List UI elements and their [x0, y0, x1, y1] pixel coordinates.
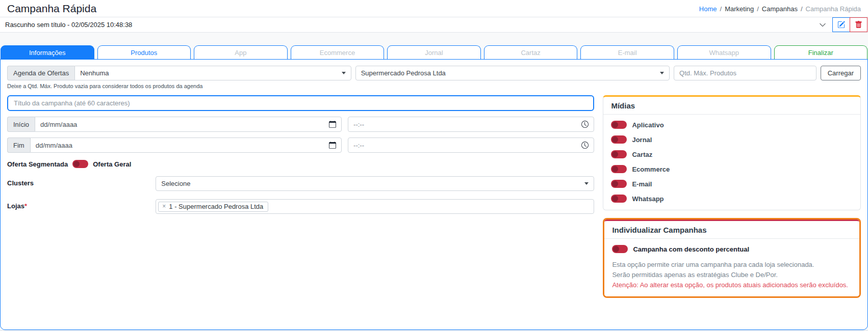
aplicativo-toggle[interactable]	[611, 121, 627, 129]
breadcrumb-home[interactable]: Home	[699, 5, 717, 13]
calendar-icon[interactable]	[329, 142, 336, 149]
lojas-label-text: Lojas	[7, 202, 24, 210]
tab-bar: Informações Produtos App Ecommerce Jorna…	[0, 45, 868, 59]
loja-tag-label: 1 - Supermercado Pedrosa Ltda	[169, 203, 263, 210]
lojas-row: Lojas* × 1 - Supermercado Pedrosa Ltda	[7, 199, 594, 214]
fim-date-placeholder: dd/mm/aaaa	[36, 142, 72, 149]
delete-draft-button[interactable]	[850, 17, 867, 32]
lojas-label: Lojas*	[7, 199, 156, 210]
midia-row-jornal: Jornal	[611, 135, 853, 144]
aplicativo-label: Aplicativo	[632, 121, 663, 129]
agenda-ofertas-label: Agenda de Ofertas	[7, 66, 74, 80]
individualizar-description-1: Esta opção permite criar uma campanha pa…	[612, 260, 852, 270]
inicio-date-group: Início dd/mm/aaaa	[7, 117, 342, 132]
individualizar-warning: Atenção: Ao alterar esta opção, os produ…	[612, 281, 852, 290]
campaign-title-input[interactable]	[7, 95, 594, 111]
form-columns: Início dd/mm/aaaa --:--	[7, 95, 861, 298]
fim-date-input[interactable]: dd/mm/aaaa	[30, 137, 342, 153]
clock-icon[interactable]	[581, 121, 589, 128]
carregar-button[interactable]: Carregar	[821, 66, 861, 80]
individualizar-title: Individualizar Campanhas	[604, 221, 859, 239]
ecommerce-label: Ecommerce	[632, 166, 670, 173]
midia-row-cartaz: Cartaz	[611, 150, 853, 158]
page-header-section: Campanha Rápida Home / Marketing / Campa…	[0, 0, 868, 33]
clusters-select-value: Selecione	[161, 180, 190, 187]
qtd-max-produtos-input[interactable]	[674, 66, 816, 80]
agenda-ofertas-value: Nenhuma	[80, 69, 109, 77]
oferta-geral-label: Oferta Geral	[93, 160, 131, 168]
tabs-zone: Informações Produtos App Ecommerce Jorna…	[0, 33, 868, 330]
jornal-label: Jornal	[632, 136, 652, 144]
edit-draft-button[interactable]	[832, 17, 850, 32]
fim-label: Fim	[7, 137, 30, 153]
cartaz-label: Cartaz	[632, 151, 652, 158]
midia-row-whatsapp: Whatsapp	[611, 195, 853, 203]
required-mark: *	[24, 202, 27, 210]
cartaz-toggle[interactable]	[611, 150, 627, 158]
ecommerce-toggle[interactable]	[611, 165, 627, 173]
individualizar-panel: Individualizar Campanhas Campanha com de…	[604, 219, 859, 296]
store-select[interactable]: Supermercado Pedrosa Ltda	[355, 66, 670, 80]
breadcrumb-separator: /	[757, 5, 759, 13]
fim-row: Fim dd/mm/aaaa --:--	[7, 137, 594, 153]
store-select-value: Supermercado Pedrosa Ltda	[361, 69, 446, 77]
pencil-square-icon	[837, 21, 845, 29]
agenda-helper-text: Deixe a Qtd. Máx. Produto vazia para con…	[7, 83, 861, 89]
tab-jornal: Jornal	[387, 45, 481, 60]
inicio-time-placeholder: --:--	[353, 121, 364, 128]
tab-informacoes[interactable]: Informações	[1, 45, 94, 60]
fim-date-group: Fim dd/mm/aaaa	[7, 137, 342, 153]
draft-bar: Rascunho sem título - 02/05/2025 10:48:3…	[0, 17, 868, 33]
trash-icon	[855, 21, 862, 29]
clock-icon[interactable]	[581, 142, 589, 149]
breadcrumb-marketing[interactable]: Marketing	[725, 5, 754, 13]
offer-type-toggle[interactable]	[72, 160, 88, 168]
breadcrumb-current: Campanha Rápida	[806, 5, 861, 13]
whatsapp-toggle[interactable]	[611, 195, 627, 203]
oferta-segmentada-label: Oferta Segmentada	[7, 160, 68, 168]
individualizar-highlight: Individualizar Campanhas Campanha com de…	[603, 218, 861, 298]
chevron-down-icon	[819, 21, 826, 29]
draft-select[interactable]: Rascunho sem título - 02/05/2025 10:48:3…	[5, 17, 832, 32]
agenda-row: Agenda de Ofertas Nenhuma Supermercado P…	[7, 66, 861, 80]
offer-type-row: Oferta Segmentada Oferta Geral	[7, 160, 594, 168]
tab-cartaz: Cartaz	[484, 45, 578, 60]
jornal-toggle[interactable]	[611, 135, 627, 144]
tab-ecommerce: Ecommerce	[291, 45, 385, 60]
agenda-ofertas-select[interactable]: Nenhuma	[74, 66, 351, 80]
desconto-percentual-toggle[interactable]	[612, 245, 628, 253]
form-right-column: Mídias Aplicativo Jornal Cartaz	[603, 95, 861, 298]
loja-tag: × 1 - Supermercado Pedrosa Ltda	[158, 202, 268, 212]
tab-email: E-mail	[580, 45, 674, 60]
form-left-column: Início dd/mm/aaaa --:--	[7, 95, 594, 298]
informacoes-tab-content: Agenda de Ofertas Nenhuma Supermercado P…	[0, 59, 868, 330]
caret-down-icon	[660, 72, 664, 74]
clusters-label: Clusters	[7, 176, 156, 187]
inicio-time-input[interactable]: --:--	[348, 117, 594, 132]
inicio-label: Início	[7, 117, 35, 132]
breadcrumb-separator: /	[720, 5, 722, 13]
tab-finalizar[interactable]: Finalizar	[774, 45, 868, 60]
lojas-multiselect[interactable]: × 1 - Supermercado Pedrosa Ltda	[156, 199, 594, 214]
midias-panel-title: Mídias	[603, 97, 860, 115]
header: Campanha Rápida Home / Marketing / Campa…	[0, 0, 868, 17]
tab-whatsapp: Whatsapp	[677, 45, 771, 60]
breadcrumb-separator: /	[801, 5, 803, 13]
inicio-date-input[interactable]: dd/mm/aaaa	[35, 117, 342, 132]
midia-row-email: E-mail	[611, 180, 853, 188]
remove-tag-icon[interactable]: ×	[162, 203, 166, 210]
midia-row-ecommerce: Ecommerce	[611, 165, 853, 173]
midia-row-aplicativo: Aplicativo	[611, 121, 853, 129]
tab-app: App	[194, 45, 288, 60]
midias-panel-body: Aplicativo Jornal Cartaz Ecommerce	[603, 115, 860, 210]
clusters-select[interactable]: Selecione	[156, 176, 594, 191]
breadcrumb-campanhas[interactable]: Campanhas	[762, 5, 798, 13]
tab-produtos[interactable]: Produtos	[97, 45, 191, 60]
individualizar-description-2: Serão permitidas apenas as estratégias C…	[612, 270, 852, 280]
clusters-row: Clusters Selecione	[7, 176, 594, 191]
calendar-icon[interactable]	[329, 121, 336, 128]
caret-down-icon	[584, 182, 589, 185]
individualizar-body: Campanha com desconto percentual Esta op…	[604, 239, 859, 296]
email-toggle[interactable]	[611, 180, 627, 188]
fim-time-input[interactable]: --:--	[348, 137, 594, 153]
